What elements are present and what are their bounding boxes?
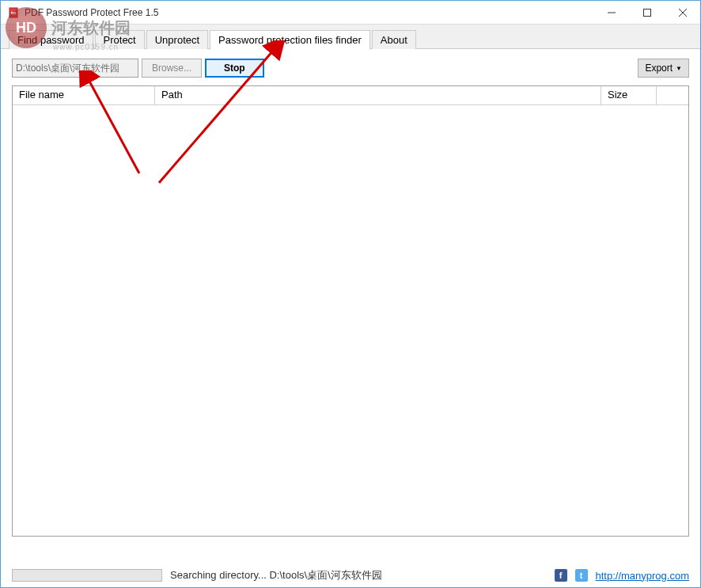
website-link[interactable]: http://manyprog.com xyxy=(596,570,690,582)
svg-rect-1 xyxy=(11,12,16,14)
status-text: Searching directory... D:\tools\桌面\河东软件园 xyxy=(170,568,547,582)
dropdown-arrow-icon: ▼ xyxy=(676,65,682,72)
column-path[interactable]: Path xyxy=(155,86,601,104)
twitter-icon[interactable]: t xyxy=(575,569,588,582)
path-input[interactable] xyxy=(12,59,138,78)
toolbar: Browse... Stop Export ▼ xyxy=(1,49,700,85)
browse-button[interactable]: Browse... xyxy=(142,59,202,78)
tab-find-password[interactable]: Find password xyxy=(9,30,93,49)
tab-about[interactable]: About xyxy=(372,30,416,49)
export-label: Export xyxy=(645,63,673,74)
tab-unprotect[interactable]: Unprotect xyxy=(146,30,208,49)
svg-rect-3 xyxy=(643,9,650,16)
tab-password-protection-files-finder[interactable]: Password protection files finder xyxy=(210,30,370,50)
facebook-icon[interactable]: f xyxy=(555,569,567,582)
minimize-button[interactable] xyxy=(593,1,629,24)
column-size[interactable]: Size xyxy=(601,86,657,104)
progress-bar xyxy=(12,569,162,582)
status-bar: Searching directory... D:\tools\桌面\河东软件园… xyxy=(12,568,689,582)
column-filename[interactable]: File name xyxy=(13,86,155,104)
app-icon xyxy=(7,6,20,19)
table-header: File name Path Size xyxy=(13,86,688,105)
window-controls xyxy=(593,1,700,24)
close-button[interactable] xyxy=(665,1,700,24)
column-spacer xyxy=(657,86,688,104)
tab-protect[interactable]: Protect xyxy=(95,30,145,49)
title-bar: PDF Password Protect Free 1.5 xyxy=(1,1,700,25)
tab-bar: Find password Protect Unprotect Password… xyxy=(1,25,700,49)
stop-button[interactable]: Stop xyxy=(205,59,264,78)
export-button[interactable]: Export ▼ xyxy=(638,59,689,78)
results-table: File name Path Size xyxy=(12,85,689,537)
window-title: PDF Password Protect Free 1.5 xyxy=(25,7,593,18)
maximize-button[interactable] xyxy=(629,1,665,24)
